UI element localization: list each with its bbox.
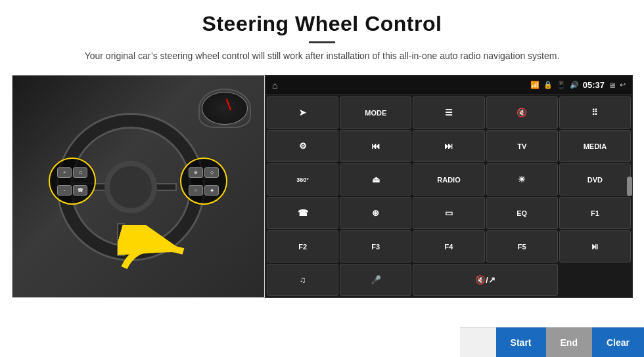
next-icon: ⏭ (444, 141, 453, 151)
scrollbar-handle[interactable] (627, 177, 632, 196)
button-grid: ➤ MODE ☰ 🔇 ⠿ ⚙ ⏮ (265, 95, 632, 299)
btn-mute[interactable]: 🔇 (486, 96, 558, 129)
f2-label: F2 (298, 243, 307, 251)
btn-f2[interactable]: F2 (267, 230, 338, 262)
mini-btn-5: ⊕ (189, 167, 203, 178)
radio-label: RADIO (437, 176, 460, 184)
status-bar: ⌂ 📶 🔒 📱 🔊 05:37 🖥 ↩ (265, 75, 632, 95)
mic-icon: 🎤 (371, 275, 381, 285)
btn-f4[interactable]: F4 (413, 230, 484, 262)
mini-btn-1: + (57, 167, 72, 178)
content-area: + ♫ - ☎ ⊕ ◇ ○ ◈ (0, 75, 644, 311)
btn-brightness[interactable]: ☀ (486, 163, 558, 196)
clear-button[interactable]: Clear (592, 327, 644, 357)
mini-btn-2: ♫ (73, 167, 87, 178)
360-label: 360° (296, 177, 309, 183)
mini-btn-6: ◇ (204, 167, 219, 178)
settings-icon: ⚙ (299, 141, 307, 151)
mini-btn-7: ○ (189, 185, 203, 196)
sim-icon: 📱 (557, 81, 566, 89)
btn-mic[interactable]: 🎤 (340, 264, 411, 296)
lock-icon: 🔒 (543, 81, 553, 89)
back-icon: ↩ (620, 81, 626, 89)
steering-wheel-background: + ♫ - ☎ ⊕ ◇ ○ ◈ (12, 75, 264, 297)
playpause-icon: ⏯ (591, 242, 599, 251)
btn-mode[interactable]: MODE (340, 96, 411, 129)
btn-nav[interactable]: ⊛ (340, 197, 411, 229)
btn-list[interactable]: ☰ (413, 96, 484, 129)
header-section: Steering Wheel Control Your original car… (0, 0, 644, 70)
right-button-cluster: ⊕ ◇ ○ ◈ (180, 158, 227, 205)
page-title: Steering Wheel Control (26, 12, 618, 36)
page-container: Steering Wheel Control Your original car… (0, 0, 644, 357)
status-icons: 📶 🔒 📱 🔊 05:37 🖥 ↩ (530, 80, 626, 90)
btn-media[interactable]: MEDIA (559, 130, 631, 162)
list-icon: ☰ (445, 108, 453, 117)
btn-playpause[interactable]: ⏯ (559, 230, 631, 262)
car-image: + ♫ - ☎ ⊕ ◇ ○ ◈ (12, 75, 265, 298)
btn-f1[interactable]: F1 (559, 197, 631, 229)
btn-radio[interactable]: RADIO (413, 163, 484, 196)
f3-label: F3 (371, 243, 380, 251)
tv-label: TV (517, 142, 526, 150)
btn-f3[interactable]: F3 (340, 230, 411, 262)
start-button[interactable]: Start (496, 327, 546, 357)
bottom-action-bar: Start End Clear (460, 327, 644, 357)
head-unit: ⌂ 📶 🔒 📱 🔊 05:37 🖥 ↩ ➤ MODE (265, 75, 633, 298)
arrow-indicator (118, 225, 196, 278)
btn-phone[interactable]: ☎ (267, 197, 338, 229)
music-icon: ♫ (300, 275, 306, 285)
prev-icon: ⏮ (371, 141, 380, 151)
phone-icon: ☎ (298, 208, 308, 218)
apps-icon: ⠿ (591, 108, 598, 117)
dvd-label: DVD (587, 176, 603, 184)
mini-btn-4: ☎ (73, 185, 87, 196)
eject-icon: ⏏ (372, 175, 380, 184)
mini-btn-8: ◈ (204, 185, 219, 196)
eq-label: EQ (517, 209, 527, 217)
mode-label: MODE (365, 109, 386, 117)
volume-call-icon: 🔇/↗ (475, 275, 495, 285)
bluetooth-icon: 🔊 (570, 81, 579, 89)
btn-navigate[interactable]: ➤ (267, 96, 338, 129)
f4-label: F4 (445, 243, 453, 251)
btn-360[interactable]: 360° (267, 163, 338, 196)
btn-eq[interactable]: EQ (486, 197, 558, 229)
monitor-icon: 🖥 (609, 81, 616, 89)
btn-screen[interactable]: ▭ (413, 197, 484, 229)
mini-btn-3: - (57, 185, 72, 196)
gps-icon: ⊛ (372, 208, 379, 218)
spacer-1 (559, 264, 631, 296)
btn-music[interactable]: ♫ (267, 264, 338, 296)
title-divider (309, 41, 335, 43)
btn-volume-call[interactable]: 🔇/↗ (413, 264, 557, 296)
f1-label: F1 (591, 209, 599, 217)
page-subtitle: Your original car’s steering wheel contr… (26, 49, 618, 63)
btn-prev[interactable]: ⏮ (340, 130, 411, 162)
wifi-icon: 📶 (530, 81, 540, 89)
mute-icon: 🔇 (517, 108, 527, 117)
navigate-icon: ➤ (299, 108, 306, 117)
btn-f5[interactable]: F5 (486, 230, 558, 262)
home-icon: ⌂ (272, 80, 277, 91)
btn-settings[interactable]: ⚙ (267, 130, 338, 162)
media-label: MEDIA (584, 142, 607, 150)
btn-tv[interactable]: TV (486, 130, 558, 162)
f5-label: F5 (518, 243, 526, 251)
btn-dvd[interactable]: DVD (559, 163, 631, 196)
clock: 05:37 (583, 80, 605, 90)
left-button-cluster: + ♫ - ☎ (49, 158, 96, 205)
steering-wheel-center (104, 161, 157, 213)
btn-apps[interactable]: ⠿ (559, 96, 631, 129)
end-button[interactable]: End (546, 327, 592, 357)
screen-icon: ▭ (445, 208, 453, 218)
btn-eject[interactable]: ⏏ (340, 163, 411, 196)
brightness-icon: ☀ (518, 175, 526, 184)
btn-next[interactable]: ⏭ (413, 130, 484, 162)
arrow-svg (118, 225, 196, 278)
